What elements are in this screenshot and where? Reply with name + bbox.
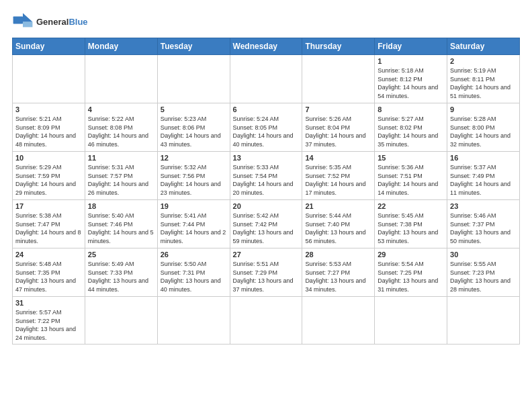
calendar-cell: 24Sunrise: 5:48 AM Sunset: 7:35 PM Dayli… (13, 248, 85, 297)
calendar-cell: 11Sunrise: 5:31 AM Sunset: 7:57 PM Dayli… (85, 152, 157, 200)
day-number: 4 (88, 105, 154, 113)
weekday-header-monday: Monday (85, 38, 157, 55)
day-number: 25 (88, 250, 154, 259)
day-number: 9 (450, 105, 517, 113)
day-info: Sunrise: 5:23 AM Sunset: 8:06 PM Dayligh… (161, 115, 227, 148)
weekday-header-tuesday: Tuesday (157, 38, 230, 55)
calendar-cell: 27Sunrise: 5:51 AM Sunset: 7:29 PM Dayli… (230, 248, 302, 297)
day-info: Sunrise: 5:45 AM Sunset: 7:38 PM Dayligh… (378, 212, 444, 245)
calendar-cell: 23Sunrise: 5:46 AM Sunset: 7:37 PM Dayli… (447, 200, 520, 248)
day-info: Sunrise: 5:36 AM Sunset: 7:51 PM Dayligh… (378, 163, 444, 197)
calendar-week-6: 31Sunrise: 5:57 AM Sunset: 7:22 PM Dayli… (13, 297, 520, 345)
day-info: Sunrise: 5:48 AM Sunset: 7:35 PM Dayligh… (15, 260, 82, 293)
svg-marker-2 (23, 21, 32, 27)
calendar-week-1: 1Sunrise: 5:18 AM Sunset: 8:12 PM Daylig… (13, 55, 520, 103)
calendar-cell: 4Sunrise: 5:22 AM Sunset: 8:08 PM Daylig… (85, 103, 157, 152)
calendar-cell (85, 297, 157, 345)
calendar-cell: 5Sunrise: 5:23 AM Sunset: 8:06 PM Daylig… (157, 103, 230, 152)
calendar-cell: 8Sunrise: 5:27 AM Sunset: 8:02 PM Daylig… (375, 103, 447, 152)
day-number: 23 (450, 202, 517, 210)
day-number: 15 (378, 154, 444, 162)
weekday-header-row: SundayMondayTuesdayWednesdayThursdayFrid… (13, 38, 520, 55)
day-number: 17 (15, 202, 82, 210)
day-number: 16 (450, 154, 517, 162)
calendar-cell (157, 55, 230, 103)
calendar-cell: 29Sunrise: 5:54 AM Sunset: 7:25 PM Dayli… (375, 248, 447, 297)
day-info: Sunrise: 5:18 AM Sunset: 8:12 PM Dayligh… (378, 66, 444, 100)
svg-rect-0 (13, 16, 23, 24)
calendar-cell (157, 297, 230, 345)
weekday-header-friday: Friday (375, 38, 447, 55)
calendar-cell (302, 55, 375, 103)
day-info: Sunrise: 5:55 AM Sunset: 7:23 PM Dayligh… (450, 260, 517, 293)
day-number: 19 (161, 202, 227, 210)
day-number: 1 (378, 57, 444, 65)
day-info: Sunrise: 5:51 AM Sunset: 7:29 PM Dayligh… (233, 260, 300, 293)
day-info: Sunrise: 5:28 AM Sunset: 8:00 PM Dayligh… (450, 115, 517, 148)
day-info: Sunrise: 5:57 AM Sunset: 7:22 PM Dayligh… (15, 308, 82, 342)
weekday-header-saturday: Saturday (447, 38, 520, 55)
day-number: 26 (161, 250, 227, 259)
calendar-cell: 9Sunrise: 5:28 AM Sunset: 8:00 PM Daylig… (447, 103, 520, 152)
calendar-cell: 28Sunrise: 5:53 AM Sunset: 7:27 PM Dayli… (302, 248, 375, 297)
page: GeneralBlue SundayMondayTuesdayWednesday… (0, 0, 532, 351)
day-info: Sunrise: 5:27 AM Sunset: 8:02 PM Dayligh… (378, 115, 444, 148)
calendar-cell: 12Sunrise: 5:32 AM Sunset: 7:56 PM Dayli… (157, 152, 230, 200)
calendar-cell: 6Sunrise: 5:24 AM Sunset: 8:05 PM Daylig… (230, 103, 302, 152)
day-info: Sunrise: 5:38 AM Sunset: 7:47 PM Dayligh… (15, 212, 82, 245)
day-number: 8 (378, 105, 444, 113)
day-info: Sunrise: 5:32 AM Sunset: 7:56 PM Dayligh… (161, 163, 227, 197)
calendar-week-5: 24Sunrise: 5:48 AM Sunset: 7:35 PM Dayli… (13, 248, 520, 297)
logo-text: GeneralBlue (36, 17, 88, 27)
day-number: 14 (305, 154, 371, 162)
day-info: Sunrise: 5:49 AM Sunset: 7:33 PM Dayligh… (88, 260, 154, 293)
day-number: 29 (378, 250, 444, 259)
calendar-week-2: 3Sunrise: 5:21 AM Sunset: 8:09 PM Daylig… (13, 103, 520, 152)
calendar-cell: 31Sunrise: 5:57 AM Sunset: 7:22 PM Dayli… (13, 297, 85, 345)
calendar-cell: 19Sunrise: 5:41 AM Sunset: 7:44 PM Dayli… (157, 200, 230, 248)
day-number: 27 (233, 250, 300, 259)
header: GeneralBlue (12, 12, 520, 31)
calendar-cell: 3Sunrise: 5:21 AM Sunset: 8:09 PM Daylig… (13, 103, 85, 152)
calendar-cell (230, 55, 302, 103)
calendar-week-3: 10Sunrise: 5:29 AM Sunset: 7:59 PM Dayli… (13, 152, 520, 200)
day-info: Sunrise: 5:53 AM Sunset: 7:27 PM Dayligh… (305, 260, 371, 293)
calendar-cell (13, 55, 85, 103)
calendar-cell (447, 297, 520, 345)
day-info: Sunrise: 5:50 AM Sunset: 7:31 PM Dayligh… (161, 260, 227, 293)
calendar-cell: 26Sunrise: 5:50 AM Sunset: 7:31 PM Dayli… (157, 248, 230, 297)
logo-icon (12, 12, 34, 31)
calendar-cell (230, 297, 302, 345)
calendar-cell: 1Sunrise: 5:18 AM Sunset: 8:12 PM Daylig… (375, 55, 447, 103)
day-number: 5 (161, 105, 227, 113)
day-info: Sunrise: 5:31 AM Sunset: 7:57 PM Dayligh… (88, 163, 154, 197)
day-info: Sunrise: 5:29 AM Sunset: 7:59 PM Dayligh… (15, 163, 82, 197)
day-info: Sunrise: 5:21 AM Sunset: 8:09 PM Dayligh… (15, 115, 82, 148)
calendar-cell: 2Sunrise: 5:19 AM Sunset: 8:11 PM Daylig… (447, 55, 520, 103)
calendar-table: SundayMondayTuesdayWednesdayThursdayFrid… (12, 38, 520, 345)
day-number: 13 (233, 154, 300, 162)
calendar-cell: 30Sunrise: 5:55 AM Sunset: 7:23 PM Dayli… (447, 248, 520, 297)
day-info: Sunrise: 5:24 AM Sunset: 8:05 PM Dayligh… (233, 115, 300, 148)
svg-marker-1 (23, 13, 32, 22)
logo: GeneralBlue (12, 12, 88, 31)
calendar-cell: 22Sunrise: 5:45 AM Sunset: 7:38 PM Dayli… (375, 200, 447, 248)
day-info: Sunrise: 5:26 AM Sunset: 8:04 PM Dayligh… (305, 115, 371, 148)
day-number: 2 (450, 57, 517, 65)
day-number: 24 (15, 250, 82, 259)
calendar-cell: 14Sunrise: 5:35 AM Sunset: 7:52 PM Dayli… (302, 152, 375, 200)
day-info: Sunrise: 5:40 AM Sunset: 7:46 PM Dayligh… (88, 212, 154, 245)
day-info: Sunrise: 5:33 AM Sunset: 7:54 PM Dayligh… (233, 163, 300, 197)
day-number: 12 (161, 154, 227, 162)
day-info: Sunrise: 5:22 AM Sunset: 8:08 PM Dayligh… (88, 115, 154, 148)
day-number: 21 (305, 202, 371, 210)
weekday-header-sunday: Sunday (13, 38, 85, 55)
calendar-cell: 25Sunrise: 5:49 AM Sunset: 7:33 PM Dayli… (85, 248, 157, 297)
calendar-cell: 16Sunrise: 5:37 AM Sunset: 7:49 PM Dayli… (447, 152, 520, 200)
calendar-cell: 10Sunrise: 5:29 AM Sunset: 7:59 PM Dayli… (13, 152, 85, 200)
weekday-header-wednesday: Wednesday (230, 38, 302, 55)
day-number: 31 (15, 299, 82, 307)
day-number: 10 (15, 154, 82, 162)
calendar-cell: 13Sunrise: 5:33 AM Sunset: 7:54 PM Dayli… (230, 152, 302, 200)
day-number: 7 (305, 105, 371, 113)
